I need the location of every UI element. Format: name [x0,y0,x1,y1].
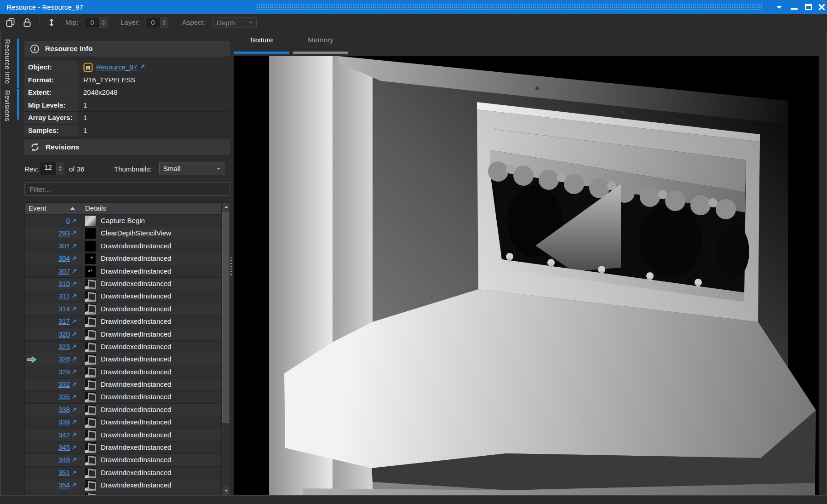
layer-spin-buttons[interactable] [160,17,168,28]
thumbnails-dropdown[interactable]: Small [159,162,224,175]
event-id-link[interactable]: 0 [25,215,70,227]
scrollbar-thumb[interactable] [222,212,230,423]
goto-event-icon[interactable]: ↗ [72,391,77,403]
column-event[interactable]: Event [29,204,46,212]
event-id-link[interactable]: 342 [25,429,70,441]
mip-stepper[interactable]: 0 [85,17,108,28]
event-id-link[interactable]: 311 [25,290,70,302]
goto-event-icon[interactable]: ↗ [72,278,77,290]
column-details[interactable]: Details [85,204,106,212]
event-id-link[interactable]: 317 [25,315,70,327]
event-id-link[interactable]: 351 [25,467,70,479]
event-row[interactable]: 301 ↗ DrawIndexedInstanced [25,240,221,252]
event-row[interactable]: 323 ↗ DrawIndexedInstanced [25,341,221,353]
event-row[interactable]: 345 ↗ DrawIndexedInstanced [25,441,221,454]
event-id-link[interactable]: 338 [25,404,70,416]
event-row[interactable]: 351 ↗ DrawIndexedInstanced [25,467,221,479]
scroll-down-button[interactable] [222,487,230,495]
goto-event-icon[interactable]: ↗ [72,429,77,441]
scroll-up-button[interactable] [222,203,230,211]
titlebar[interactable]: Resource - Resource_97 [0,0,827,14]
vertical-scrollbar[interactable] [221,203,230,495]
maximize-button[interactable] [802,0,815,14]
goto-event-icon[interactable]: ↗ [72,454,77,466]
goto-event-icon[interactable]: ↗ [72,240,77,252]
copy-icon[interactable] [6,17,16,28]
layer-stepper[interactable]: 0 [145,17,168,28]
event-id-link[interactable]: 320 [25,328,70,340]
event-id-link[interactable]: 332 [25,378,70,390]
event-row[interactable]: 354 ↗ DrawIndexedInstanced [25,479,221,492]
minimize-button[interactable] [787,0,800,14]
event-row[interactable]: 293 ↗ ClearDepthStencilView [25,227,221,240]
goto-event-icon[interactable]: ↗ [72,303,77,315]
event-id-link[interactable]: 307 [25,265,70,277]
event-row[interactable]: 326 ↗ DrawIndexedInstanced [25,353,221,366]
event-id-link[interactable]: 354 [25,479,70,491]
goto-event-icon[interactable]: ↗ [72,315,77,327]
goto-event-icon[interactable]: ↗ [72,227,77,239]
event-id-link[interactable]: 310 [25,278,70,290]
event-row[interactable]: 335 ↗ DrawIndexedInstanced [25,391,221,403]
event-id-link[interactable]: 326 [25,353,70,365]
rev-stepper[interactable]: 12 [40,162,64,175]
goto-event-icon[interactable]: ↗ [72,328,77,340]
goto-event-icon[interactable]: ↗ [72,467,77,479]
event-id-link[interactable]: 301 [25,240,70,252]
event-row[interactable]: 338 ↗ DrawIndexedInstanced [25,404,221,416]
goto-event-icon[interactable]: ↗ [72,215,77,227]
side-tab-revisions[interactable]: Revisions [4,90,11,121]
event-id-link[interactable]: 329 [25,366,70,378]
aspect-dropdown[interactable]: Depth [212,17,257,28]
goto-event-icon[interactable]: ↗ [72,265,77,277]
event-row[interactable]: 348 ↗ DrawIndexedInstanced [25,454,221,466]
goto-event-icon[interactable]: ↗ [72,441,77,453]
event-row[interactable]: 332 ↗ DrawIndexedInstanced [25,378,221,391]
event-row[interactable]: 357 ↗ DrawIndexedInstanced [25,492,221,495]
event-id-link[interactable]: 348 [25,454,70,466]
event-row[interactable]: 311 ↗ DrawIndexedInstanced [25,290,221,303]
event-row[interactable]: 339 ↗ DrawIndexedInstanced [25,416,221,429]
tab-texture[interactable]: Texture [234,36,289,44]
lock-icon[interactable] [22,17,32,28]
event-id-link[interactable]: 335 [25,391,70,403]
event-row[interactable]: 329 ↗ DrawIndexedInstanced [25,366,221,378]
event-row[interactable]: 342 ↗ DrawIndexedInstanced [25,429,221,441]
event-id-link[interactable]: 314 [25,303,70,315]
event-row[interactable]: 304 ↗ DrawIndexedInstanced [25,252,221,265]
event-id-link[interactable]: 293 [25,227,70,239]
event-id-link[interactable]: 345 [25,441,70,453]
event-id-link[interactable]: 339 [25,416,70,428]
column-divider[interactable] [81,203,81,215]
filter-input[interactable] [24,182,230,196]
splitter-handle[interactable] [230,258,232,277]
goto-event-icon[interactable]: ↗ [72,404,77,416]
event-row[interactable]: 310 ↗ DrawIndexedInstanced [25,278,221,290]
resource-link[interactable]: Resource_97 [96,61,137,73]
open-external-icon[interactable]: ↗ [140,60,145,72]
event-row[interactable]: 314 ↗ DrawIndexedInstanced [25,303,221,315]
mip-spin-buttons[interactable] [99,17,107,28]
texture-preview[interactable] [234,56,819,495]
fit-vertical-icon[interactable] [47,17,56,28]
side-tab-resource-info[interactable]: Resource Info [4,39,11,84]
event-id-link[interactable]: 323 [25,341,70,353]
goto-event-icon[interactable]: ↗ [72,479,77,491]
goto-event-icon[interactable]: ↗ [72,416,77,428]
event-id-link[interactable]: 304 [25,252,70,264]
event-row[interactable]: 307 ↗ DrawIndexedInstanced [25,265,221,278]
rev-spin-buttons[interactable] [56,162,64,175]
tab-memory[interactable]: Memory [293,36,348,44]
goto-event-icon[interactable]: ↗ [72,252,77,264]
event-table-header[interactable]: Event Details [25,203,230,215]
goto-event-icon[interactable]: ↗ [72,353,77,365]
event-row[interactable]: 317 ↗ DrawIndexedInstanced [25,315,221,328]
event-row[interactable]: 0 ↗ Capture Begin [25,215,221,227]
window-menu-button[interactable] [773,0,786,14]
close-button[interactable] [815,0,827,14]
goto-event-icon[interactable]: ↗ [72,341,77,353]
goto-event-icon[interactable]: ↗ [72,366,77,378]
goto-event-icon[interactable]: ↗ [72,492,77,495]
event-row[interactable]: 320 ↗ DrawIndexedInstanced [25,328,221,341]
goto-event-icon[interactable]: ↗ [72,290,77,302]
